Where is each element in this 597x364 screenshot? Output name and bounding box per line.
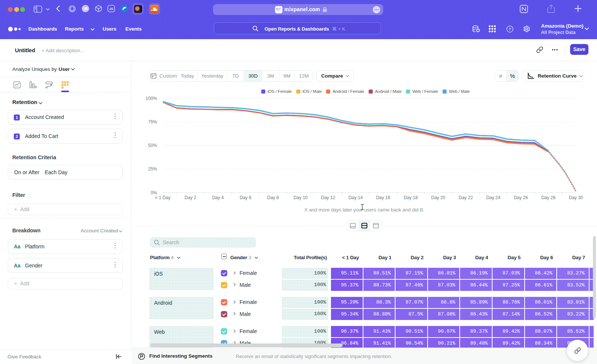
svg-text:JS: JS [109, 7, 113, 11]
svg-text:?: ? [509, 27, 511, 31]
